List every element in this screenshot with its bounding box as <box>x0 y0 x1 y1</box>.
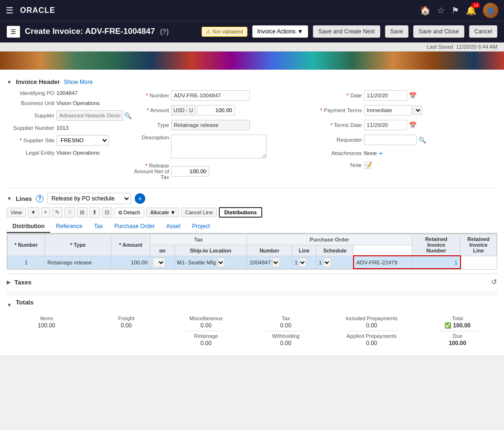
total-freight: Freight 0.00 <box>102 315 150 346</box>
cell-row-number: 1 <box>8 256 45 269</box>
tab-purchase-order[interactable]: Purchase Order <box>108 220 161 233</box>
tab-project[interactable]: Project <box>186 220 215 233</box>
allocate-dropdown-icon: ▼ <box>171 210 176 215</box>
hamburger-icon[interactable]: ☰ <box>6 5 13 16</box>
attachments-add-icon[interactable]: + <box>379 149 383 157</box>
distributions-button[interactable]: Distributions <box>219 207 263 218</box>
invoice-header-section-header: ▼ Invoice Header Show More <box>7 78 497 85</box>
description-row: Description <box>121 135 305 158</box>
supplier-site-label: Supplier Site <box>7 137 54 143</box>
allocate-button[interactable]: Allocate ▼ <box>146 208 179 217</box>
dropdown-arrow-icon: ▼ <box>298 28 303 35</box>
total-label: Total <box>438 315 478 321</box>
ship-to-select[interactable]: ▼ <box>217 258 225 267</box>
totals-title: Totals <box>16 299 33 306</box>
lines-add-circle-button[interactable]: + <box>135 193 145 204</box>
date-row: Date 📅 <box>314 90 498 101</box>
save-close-button[interactable]: Save and Close <box>413 25 464 38</box>
toolbar-dropdown-icon[interactable]: ▼ <box>28 207 39 218</box>
lines-help-icon[interactable]: ? <box>36 195 43 202</box>
cell-type: Retainage release <box>45 256 111 269</box>
divider-2 <box>7 292 497 293</box>
type-input[interactable] <box>171 120 250 130</box>
lines-toggle[interactable]: ▼ <box>7 196 12 201</box>
tab-tax[interactable]: Tax <box>88 220 109 233</box>
save-create-next-button[interactable]: Save and Create Next <box>313 25 380 38</box>
po-line-select[interactable]: ▼ <box>299 258 307 267</box>
export-button[interactable]: ⬆ <box>89 207 100 218</box>
description-textarea[interactable] <box>171 135 267 158</box>
po-schedule-select[interactable]: ▼ <box>323 258 331 267</box>
terms-date-cal-icon[interactable]: 📅 <box>409 122 417 129</box>
invoice-header-toggle[interactable]: ▼ <box>7 79 12 85</box>
cancel-line-button[interactable]: Cancel Line <box>181 208 216 217</box>
supplier-site-wrapper: FRESNO <box>56 135 109 146</box>
home-icon[interactable]: 🏠 <box>420 5 430 16</box>
requester-search-icon[interactable]: 🔍 <box>418 136 426 144</box>
description-label: Description <box>121 135 169 140</box>
cancel-button[interactable]: Cancel <box>469 25 497 38</box>
release-amount-input[interactable] <box>171 166 209 177</box>
date-cal-icon[interactable]: 📅 <box>409 92 417 99</box>
grid-view-button[interactable]: ⊟ <box>102 207 112 218</box>
tab-asset[interactable]: Asset <box>161 220 186 233</box>
freight-value: 0.00 <box>106 322 146 329</box>
bell-icon[interactable]: 🔔 18 <box>466 5 476 16</box>
number-input[interactable] <box>171 90 250 101</box>
terms-date-row: Terms Date 📅 <box>314 120 498 130</box>
show-more-link[interactable]: Show More <box>64 79 93 85</box>
withholding-value: 0.00 <box>266 340 306 346</box>
cell-amount: 100.00 <box>111 256 150 269</box>
col-header-retained-invoice-number: RetainedInvoiceNumber <box>412 234 461 256</box>
totals-grid: Items 100.00 Freight 0.00 Miscellaneous … <box>7 315 497 346</box>
terms-date-input[interactable] <box>364 120 407 130</box>
favorites-icon[interactable]: ☆ <box>437 5 445 16</box>
supplier-number-value: 1013 <box>56 125 69 131</box>
totals-toggle[interactable]: ▼ <box>7 302 12 308</box>
avatar[interactable]: 👤 <box>483 3 498 18</box>
taxes-refresh-icon[interactable]: ↺ <box>491 278 497 286</box>
supplier-number-label: Supplier Number <box>7 125 54 131</box>
flag-icon[interactable]: ⚑ <box>451 5 459 16</box>
col-header-tax-on: on <box>150 245 175 256</box>
freeze-button[interactable]: ⊞ <box>77 207 87 218</box>
supplier-input[interactable] <box>56 110 123 121</box>
po-number-select[interactable]: ▼ <box>272 258 280 267</box>
detach-button[interactable]: ⧉ Detach <box>114 208 145 218</box>
right-column: Date 📅 Payment Terms ▼ Terms Date 📅 <box>314 90 498 182</box>
col-group-tax: Tax <box>150 234 247 245</box>
note-icon[interactable]: 📝 <box>364 161 372 169</box>
taxes-toggle[interactable]: ▶ <box>7 279 11 285</box>
col-header-number: * Number <box>8 234 45 256</box>
add-row-button[interactable]: + <box>41 207 50 218</box>
lines-tabs: Distribution Reference Tax Purchase Orde… <box>7 220 497 233</box>
tax-on-select[interactable] <box>153 258 165 267</box>
amount-input[interactable] <box>197 105 235 115</box>
delete-row-button[interactable]: ✕ <box>64 207 75 218</box>
banner-image <box>0 52 504 70</box>
date-input[interactable] <box>364 90 407 101</box>
mid-column: Number Amount USD - U Type Description R… <box>121 90 305 182</box>
view-icon-button[interactable]: ☰ <box>7 26 20 38</box>
total-value: ✅ 100.00 <box>438 322 478 329</box>
page-help-icon[interactable]: (?) <box>160 28 169 35</box>
payment-terms-input[interactable] <box>364 105 412 115</box>
edit-row-button[interactable]: ✎ <box>52 207 63 218</box>
page-subheader: ☰ Create Invoice: ADV-FRE-1004847 (?) ⚠ … <box>0 21 504 42</box>
legal-entity-label: Legal Entity <box>7 150 54 156</box>
total-included-prepayments: Included Prepayments 0.00 Applied Prepay… <box>342 315 401 346</box>
tab-distribution[interactable]: Distribution <box>7 220 50 233</box>
tab-reference[interactable]: Reference <box>50 220 88 233</box>
view-button[interactable]: View <box>7 208 26 217</box>
type-label: Type <box>121 122 169 128</box>
col-header-po-line: Line <box>292 245 316 256</box>
payment-terms-select[interactable]: ▼ <box>413 105 422 115</box>
due-value: 100.00 <box>438 340 478 346</box>
invoice-header-grid: Identifying PO 1004847 Business Unit Vis… <box>7 90 497 182</box>
supplier-site-select[interactable]: FRESNO <box>56 135 109 146</box>
lines-release-dropdown[interactable]: Release by PO schedule Manual <box>47 193 131 204</box>
retainage-label: Retainage <box>186 333 226 339</box>
requester-input[interactable] <box>364 135 417 145</box>
invoice-actions-button[interactable]: Invoice Actions ▼ <box>252 25 309 38</box>
save-button[interactable]: Save <box>385 25 408 38</box>
